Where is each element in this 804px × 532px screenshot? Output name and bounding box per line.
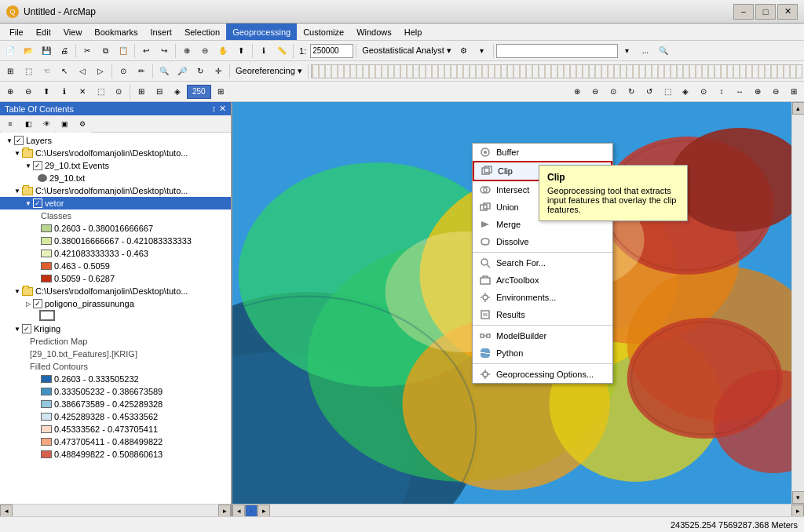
scroll-left-arrow[interactable]: ◂ (0, 505, 13, 517)
zoom-forward[interactable]: ▷ (92, 63, 109, 80)
menu-searchfor[interactable]: Search For... (473, 254, 612, 271)
vetor-expand[interactable]: ▼ (24, 199, 33, 208)
events-layer[interactable]: ▼ ✓ 29_10.txt Events (0, 159, 231, 172)
menu-geoprocessing-options[interactable]: Geoprocessing Options... (473, 366, 612, 383)
save-button[interactable]: 💾 (38, 42, 55, 60)
print-button[interactable]: 🖨 (56, 42, 73, 60)
pan-button[interactable]: ✋ (214, 42, 232, 60)
analyst-icon[interactable]: ⚙ (455, 42, 473, 60)
layers-root[interactable]: ▼ ✓ Layers (0, 134, 231, 147)
combo-zoom[interactable]: 🔍 (655, 42, 672, 60)
folder2[interactable]: ▼ C:\Users\rodolfomanjolin\Desktop\tuto.… (0, 184, 231, 197)
layers-expand-icon[interactable]: ▼ (5, 136, 14, 145)
identify3[interactable]: ℹ (56, 83, 73, 100)
toolbar3-k[interactable]: ◈ (677, 83, 694, 100)
menu-view[interactable]: View (57, 24, 89, 40)
toc-pin[interactable]: ↕ (212, 104, 217, 114)
ref-scale[interactable]: ⊙ (115, 63, 132, 80)
magnifier2[interactable]: 🔎 (174, 63, 191, 80)
toolbar3-m[interactable]: ↕ (713, 83, 730, 100)
new-button[interactable]: 📄 (2, 42, 19, 60)
vetor-checkbox[interactable]: ✓ (33, 199, 42, 208)
folder2-expand[interactable]: ▼ (13, 186, 22, 195)
zoom-in-button[interactable]: ⊕ (178, 42, 196, 60)
toolbar3-a[interactable]: ⊞ (133, 83, 150, 100)
vetor-layer[interactable]: ▼ ✓ vetor (0, 197, 231, 210)
txt-sublayer[interactable]: 29_10.txt (0, 172, 231, 184)
toc-list-view[interactable]: ≡ (2, 115, 19, 133)
map-htrack[interactable] (270, 505, 791, 516)
rotate-btn[interactable]: ↻ (192, 63, 209, 80)
menu-results[interactable]: Results (473, 306, 612, 323)
toolbar3-o[interactable]: ⊕ (749, 83, 766, 100)
menu-environments[interactable]: Environments... (473, 289, 612, 306)
toc-selection-view[interactable]: ▣ (56, 115, 73, 133)
scroll-right-arrow[interactable]: ▸ (218, 505, 231, 517)
zoom-out-button[interactable]: ⊖ (196, 42, 214, 60)
minimize-button[interactable]: − (733, 4, 754, 20)
map-scroll-left[interactable]: ◂ (232, 505, 245, 517)
menu-buffer[interactable]: Buffer (473, 144, 612, 161)
toolbar3-j[interactable]: ⬚ (659, 83, 676, 100)
menu-edit[interactable]: Edit (30, 24, 57, 40)
editor-btn[interactable]: ✏ (133, 63, 150, 80)
scroll-track[interactable] (13, 505, 218, 516)
crosshair[interactable]: ✛ (210, 63, 227, 80)
clear3[interactable]: ✕ (74, 83, 91, 100)
menu-geoprocessing[interactable]: Geoprocessing (226, 24, 297, 40)
menu-file[interactable]: File (3, 24, 30, 40)
browse3[interactable]: ⬚ (92, 83, 109, 100)
map-scroll-down[interactable]: ▾ (792, 491, 805, 504)
toolbar3-g[interactable]: ⊙ (605, 83, 622, 100)
scale-input[interactable] (310, 44, 353, 58)
map-scroll-up[interactable]: ▴ (792, 102, 805, 115)
zoom3-1[interactable]: ⊕ (2, 83, 19, 100)
toolbar3-i[interactable]: ↺ (641, 83, 658, 100)
poligono-expand[interactable]: ▷ (24, 299, 33, 308)
map-scroll-step2[interactable]: ▸ (258, 505, 270, 517)
toolbar3-p[interactable]: ⊖ (767, 83, 784, 100)
close-button[interactable]: ✕ (777, 4, 798, 20)
combo-arrow[interactable]: ▾ (619, 42, 636, 60)
select-button[interactable]: ⬆ (232, 42, 250, 60)
select2[interactable]: ↖ (56, 63, 73, 80)
kriging-expand[interactable]: ▼ (13, 324, 22, 333)
toc-source-view[interactable]: ◧ (20, 115, 37, 133)
zoom-full[interactable]: ⊞ (2, 63, 19, 80)
menu-customize[interactable]: Customize (297, 24, 350, 40)
toolbar3-c[interactable]: ◈ (169, 83, 186, 100)
menu-insert[interactable]: Insert (144, 24, 178, 40)
folder1[interactable]: ▼ C:\Users\rodolfomanjolin\Desktop\tuto.… (0, 147, 231, 159)
toolbar3-l[interactable]: ⊙ (695, 83, 712, 100)
measure-button[interactable]: 📏 (273, 42, 291, 60)
menu-bookmarks[interactable]: Bookmarks (88, 24, 144, 40)
toc-options[interactable]: ⚙ (74, 115, 91, 133)
identify-button[interactable]: ℹ (255, 42, 272, 60)
toolbar3-n[interactable]: ↔ (731, 83, 748, 100)
analyst-expand[interactable]: ▾ (473, 42, 491, 60)
toolbar3-d[interactable]: ⊞ (212, 83, 229, 100)
toolbar3-b[interactable]: ⊟ (151, 83, 168, 100)
poligono-checkbox[interactable]: ✓ (33, 299, 42, 308)
toolbar3-f[interactable]: ⊖ (587, 83, 604, 100)
menu-dissolve[interactable]: Dissolve (473, 233, 612, 250)
folder3-expand[interactable]: ▼ (13, 286, 22, 296)
kriging-checkbox[interactable]: ✓ (22, 324, 31, 333)
menu-python[interactable]: Python (473, 344, 612, 362)
toc-close[interactable]: ✕ (219, 104, 226, 114)
select3[interactable]: ⬆ (38, 83, 55, 100)
cut-button[interactable]: ✂ (79, 42, 96, 60)
zoom3-2[interactable]: ⊖ (20, 83, 37, 100)
poligono-layer[interactable]: ▷ ✓ poligono_pirassununga (0, 297, 231, 322)
kriging-layer[interactable]: ▼ ✓ Kriging (0, 322, 231, 335)
menu-modelbuilder[interactable]: ModelBuilder (473, 327, 612, 344)
zoom-back[interactable]: ◁ (74, 63, 91, 80)
toolbar3-q[interactable]: ⊞ (785, 83, 802, 100)
folder3[interactable]: ▼ C:\Users\rodolfomanjolin\Desktop\tuto.… (0, 285, 231, 297)
map-scroll-step[interactable]: · (245, 505, 258, 517)
analyst-combo[interactable] (496, 44, 618, 58)
events-expand[interactable]: ▼ (24, 161, 33, 170)
maximize-button[interactable]: □ (755, 4, 776, 20)
redo-button[interactable]: ↪ (155, 42, 173, 60)
menu-selection[interactable]: Selection (178, 24, 226, 40)
